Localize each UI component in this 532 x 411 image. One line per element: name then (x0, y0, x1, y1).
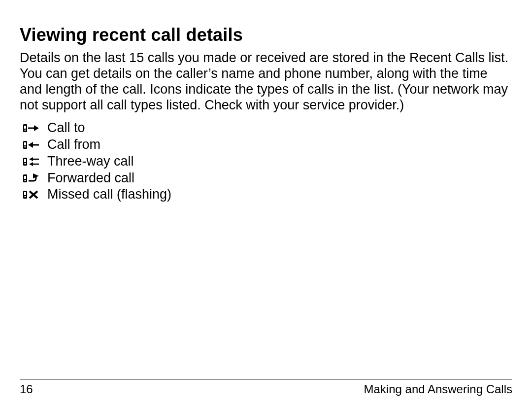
legend-label: Three-way call (47, 153, 134, 170)
svg-marker-14 (29, 157, 33, 161)
legend-label: Missed call (flashing) (47, 186, 171, 203)
section-name: Making and Answering Calls (364, 382, 513, 396)
call-type-legend: Call to Call from (23, 120, 512, 203)
page-footer: 16 Making and Answering Calls (20, 379, 512, 396)
svg-marker-16 (29, 162, 33, 166)
svg-rect-2 (25, 130, 26, 131)
legend-label: Call to (47, 120, 85, 137)
svg-rect-19 (25, 180, 26, 181)
missed-call-icon (23, 189, 47, 200)
svg-rect-22 (24, 192, 26, 195)
call-to-icon (23, 123, 47, 134)
legend-label: Forwarded call (47, 170, 134, 187)
list-item: Three-way call (23, 153, 512, 170)
section-heading: Viewing recent call details (20, 25, 512, 45)
svg-rect-7 (25, 146, 26, 147)
forwarded-call-icon (23, 173, 47, 184)
page-number: 16 (20, 382, 33, 396)
svg-rect-23 (25, 196, 26, 197)
list-item: Missed call (flashing) (23, 186, 512, 203)
list-item: Forwarded call (23, 170, 512, 187)
svg-marker-4 (34, 125, 39, 131)
svg-rect-11 (24, 159, 26, 162)
call-from-icon (23, 139, 47, 150)
list-item: Call to (23, 120, 512, 137)
svg-rect-1 (24, 126, 26, 129)
section-body: Details on the last 15 calls you made or… (20, 50, 512, 113)
svg-rect-12 (25, 163, 26, 164)
svg-marker-9 (28, 142, 33, 148)
three-way-call-icon (23, 156, 47, 167)
legend-label: Call from (47, 137, 100, 153)
svg-rect-18 (24, 176, 26, 179)
svg-rect-6 (24, 142, 26, 145)
list-item: Call from (23, 137, 512, 153)
